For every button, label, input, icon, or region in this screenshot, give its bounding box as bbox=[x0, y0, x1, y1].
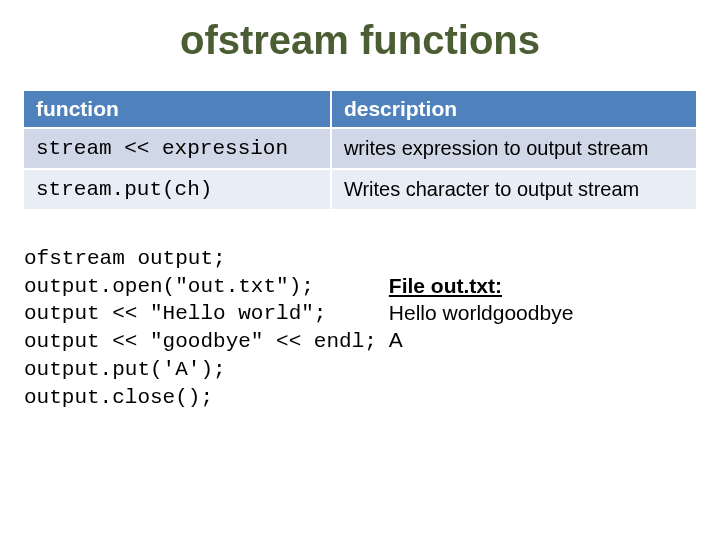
file-output: File out.txt: Hello worldgoodbye A bbox=[389, 273, 573, 354]
cell-description: Writes character to output stream bbox=[331, 169, 696, 209]
code-line: output << "Hello world"; bbox=[24, 302, 326, 325]
code-example: ofstream output; output.open("out.txt");… bbox=[24, 245, 377, 411]
code-line: output.close(); bbox=[24, 386, 213, 409]
code-line: output.put('A'); bbox=[24, 358, 226, 381]
slide-title: ofstream functions bbox=[0, 18, 720, 63]
code-line: output.open("out.txt"); bbox=[24, 275, 314, 298]
cell-description: writes expression to output stream bbox=[331, 128, 696, 169]
table-row: stream.put(ch) Writes character to outpu… bbox=[24, 169, 696, 209]
file-output-line: Hello worldgoodbye bbox=[389, 300, 573, 327]
col-header-description: description bbox=[331, 91, 696, 128]
file-output-line: A bbox=[389, 327, 573, 354]
table-row: stream << expression writes expression t… bbox=[24, 128, 696, 169]
table-header-row: function description bbox=[24, 91, 696, 128]
file-output-title: File out.txt: bbox=[389, 273, 573, 300]
code-line: ofstream output; bbox=[24, 247, 226, 270]
col-header-function: function bbox=[24, 91, 331, 128]
bottom-area: ofstream output; output.open("out.txt");… bbox=[0, 245, 720, 411]
function-table: function description stream << expressio… bbox=[24, 91, 696, 209]
code-line: output << "goodbye" << endl; bbox=[24, 330, 377, 353]
slide: ofstream functions function description … bbox=[0, 18, 720, 540]
cell-function: stream << expression bbox=[24, 128, 331, 169]
cell-function: stream.put(ch) bbox=[24, 169, 331, 209]
